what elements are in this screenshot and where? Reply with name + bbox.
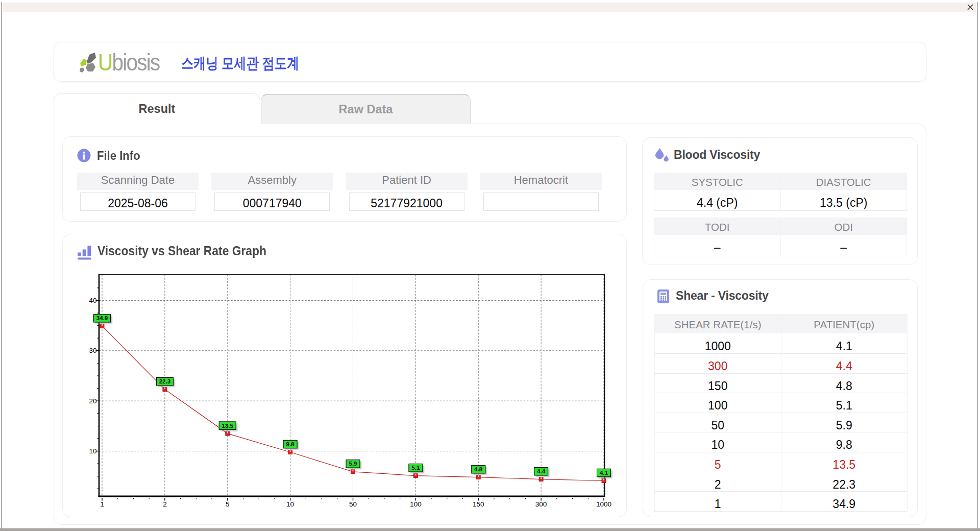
svg-text:150: 150	[473, 500, 484, 508]
svg-text:4.4: 4.4	[537, 468, 546, 474]
svg-text:1: 1	[100, 500, 104, 508]
svg-text:34.9: 34.9	[96, 315, 108, 321]
svg-text:40: 40	[89, 297, 96, 304]
svg-text:13.5: 13.5	[222, 423, 234, 429]
svg-text:20: 20	[89, 397, 96, 405]
svg-text:2: 2	[163, 500, 167, 508]
svg-text:300: 300	[535, 500, 547, 508]
svg-text:4.8: 4.8	[474, 466, 483, 472]
svg-text:100: 100	[410, 500, 422, 508]
svg-text:10: 10	[89, 447, 96, 455]
svg-text:50: 50	[349, 500, 357, 508]
svg-text:5.9: 5.9	[349, 461, 357, 467]
svg-text:1000: 1000	[596, 500, 611, 508]
svg-text:22.3: 22.3	[159, 378, 170, 384]
svg-text:5.1: 5.1	[411, 465, 420, 471]
svg-text:5: 5	[226, 500, 230, 508]
svg-text:4.1: 4.1	[600, 470, 608, 476]
svg-text:9.8: 9.8	[286, 441, 295, 447]
svg-text:10: 10	[286, 500, 294, 508]
svg-text:30: 30	[89, 347, 96, 354]
